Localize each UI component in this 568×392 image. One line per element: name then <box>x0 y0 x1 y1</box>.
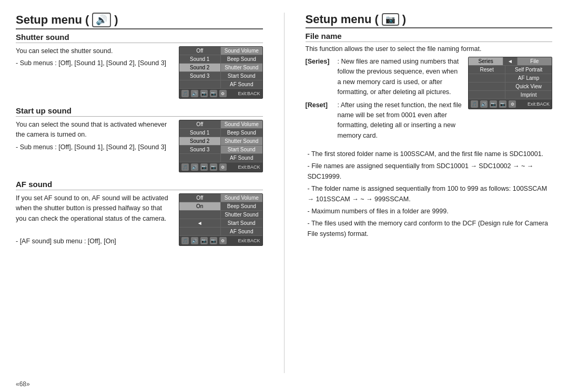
cam-cell: Sound 3 <box>179 146 221 153</box>
cam-row-4: AF Sound <box>179 154 262 162</box>
cam-icon-2: 🔊 <box>191 90 198 97</box>
cam-cell <box>469 91 505 99</box>
af-sound-body: If you set AF sound to on, AF sound will… <box>16 193 263 249</box>
cam-row-4: AF Sound <box>179 228 262 236</box>
cam-cell <box>179 80 221 88</box>
cam-cell: ◄ <box>179 219 221 227</box>
sound-icon: 🔊 <box>92 13 111 27</box>
cam-cell-selected: Sound 2 <box>179 137 221 145</box>
cam-icon-1: 🎵 <box>181 237 189 244</box>
cam-cell: Sound 3 <box>179 72 221 80</box>
shutter-sound-title-bar: Shutter sound <box>16 33 263 43</box>
cam-exit-label: Exit:BACK <box>238 164 260 170</box>
cam-cell: Start Sound <box>221 72 262 80</box>
cam-cell: Sound Volume <box>221 120 262 128</box>
fn-reset-desc: : After using the reset function, the ne… <box>338 100 463 141</box>
cam-icon-2: 🔊 <box>191 237 198 244</box>
cam-icon-3: 📷 <box>200 163 208 171</box>
cam-icon-5: ⚙ <box>219 163 227 171</box>
cam-bottom: 🎵 🔊 📷 📷 ⚙ Exit:BACK <box>469 99 552 109</box>
cam-cell-selected: Series <box>469 57 503 65</box>
cam-cell <box>469 82 505 90</box>
cam-cell: Off <box>179 47 221 55</box>
cam-row-0: Off Sound Volume <box>179 47 262 55</box>
cam-icon-5: ⚙ <box>219 237 227 244</box>
shutter-sound-title: Shutter sound <box>16 33 263 42</box>
cam-cell: AF Sound <box>221 154 262 162</box>
page-number: «68» <box>16 380 30 388</box>
cam-cell: Off <box>179 120 221 128</box>
cam-cell <box>179 154 221 162</box>
cam-cell-selected: Sound 2 <box>179 64 221 71</box>
cam-icon-4: 📷 <box>210 90 217 97</box>
af-sound-title-bar: AF sound <box>16 180 263 190</box>
cam-row-4: AF Sound <box>179 80 262 89</box>
cam-cell <box>179 211 221 219</box>
af-sound-cam-ui: Off Sound Volume On Beep Sound Shutter S… <box>179 193 263 246</box>
cam-cell: Self Portrait <box>505 66 552 74</box>
cam-icon-2: 🔊 <box>480 100 488 108</box>
cam-icon-1: 🎵 <box>181 90 189 97</box>
file-name-detail: [Series] : New files are named using num… <box>306 57 553 143</box>
column-divider <box>284 13 285 373</box>
bullet-3: - The folder name is assigned sequential… <box>306 183 553 204</box>
cam-icon-1: 🎵 <box>471 100 478 108</box>
cam-icon-1: 🎵 <box>181 163 189 171</box>
cam-cell <box>179 228 221 235</box>
fn-series-row: [Series] : New files are named using num… <box>306 57 463 98</box>
startup-sound-section: Start up sound You can select the sound … <box>16 106 263 172</box>
cam-cell: Start Sound <box>221 146 262 153</box>
page-footer: «68» <box>0 378 568 392</box>
startup-sound-body: You can select the sound that is activat… <box>16 120 263 172</box>
cam-icon-3: 📷 <box>200 237 208 244</box>
cam-icon-3: 📷 <box>200 90 208 97</box>
cam-cell: Quick View <box>505 82 552 90</box>
cam-icon-4: 📷 <box>210 237 217 244</box>
cam-bottom: 🎵 🔊 📷 📷 ⚙ Exit:BACK <box>179 162 262 172</box>
cam-cell: Shutter Sound <box>221 211 262 219</box>
fn-series-label: [Series] <box>306 57 334 98</box>
cam-row-1: Sound 1 Beep Sound <box>179 55 262 64</box>
right-column: Setup menu ( 📷 ) File name This function… <box>306 13 553 373</box>
shutter-sound-cam-ui: Off Sound Volume Sound 1 Beep Sound Soun… <box>179 46 263 99</box>
cam-bottom: 🎵 🔊 📷 📷 ⚙ Exit:BACK <box>179 236 262 245</box>
cam-cell: AF Lamp <box>505 74 552 82</box>
cam-cell: File <box>518 57 552 65</box>
cam-cell: Sound Volume <box>221 47 262 55</box>
cam-cell: Start Sound <box>221 219 262 227</box>
cam-exit-label: Exit:BACK <box>238 91 260 96</box>
fn-reset-row: [Reset] : After using the reset function… <box>306 100 463 141</box>
cam-row-2: Shutter Sound <box>179 211 262 219</box>
af-sound-title: AF sound <box>16 180 263 189</box>
cam-row-3: Sound 3 Start Sound <box>179 72 262 80</box>
startup-sound-cam-ui: Off Sound Volume Sound 1 Beep Sound Soun… <box>179 120 263 172</box>
cam-cell: Imprint <box>505 91 552 99</box>
cam-cell: Sound Volume <box>221 194 262 202</box>
bullet-1: - The first stored folder name is 100SSC… <box>306 149 553 159</box>
cam-icon-4: 📷 <box>499 100 506 108</box>
cam-bottom: 🎵 🔊 📷 📷 ⚙ Exit:BACK <box>179 89 262 98</box>
file-name-section: File name This function allows the user … <box>306 32 553 239</box>
cam-row-0: Off Sound Volume <box>179 194 262 202</box>
cam-row-1: On Beep Sound <box>179 202 262 211</box>
startup-sound-title: Start up sound <box>16 106 263 115</box>
cam-cell: AF Sound <box>221 228 262 235</box>
cam-cell: Beep Sound <box>221 55 262 63</box>
cam-icon-4: 📷 <box>210 163 217 171</box>
file-name-title: File name <box>306 32 553 40</box>
cam-row-3: Quick View <box>469 82 552 91</box>
cam-cell: Beep Sound <box>221 202 262 210</box>
startup-sound-text: You can select the sound that is activat… <box>16 120 174 154</box>
cam-cell: Shutter Sound <box>221 64 262 71</box>
fn-reset-label: [Reset] <box>306 100 334 141</box>
cam-cell: Off <box>179 194 221 202</box>
fn-series-desc: : New files are named using numbers that… <box>338 57 463 98</box>
startup-sound-title-bar: Start up sound <box>16 106 263 117</box>
cam-cell <box>469 74 505 82</box>
cam-row-2: AF Lamp <box>469 74 552 82</box>
cam-row-2: Sound 2 Shutter Sound <box>179 64 262 72</box>
right-title-bar: Setup menu ( 📷 ) <box>306 13 553 28</box>
cam-cell: AF Sound <box>221 80 262 88</box>
cam-cell: Reset <box>469 66 505 74</box>
af-sound-section: AF sound If you set AF sound to on, AF s… <box>16 180 263 249</box>
